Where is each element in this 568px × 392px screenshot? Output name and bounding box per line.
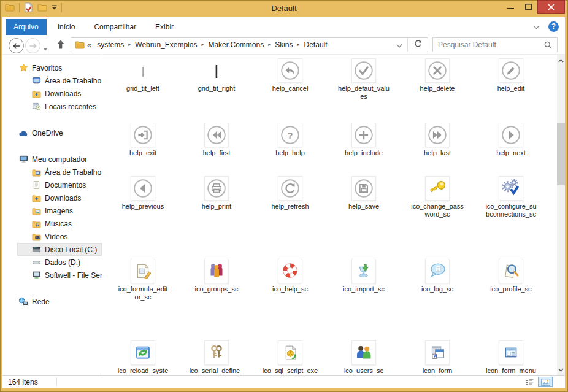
- file-tile-help-first[interactable]: help_first: [180, 123, 253, 157]
- sidebar-group-rede[interactable]: Rede: [17, 295, 102, 308]
- breadcrumb-segment-skins[interactable]: Skins: [271, 40, 297, 49]
- tab-in-cio[interactable]: Início: [50, 19, 83, 35]
- file-tile-ico-configure-subconnections-sc[interactable]: ico_configure_subconnections_sc: [474, 176, 548, 218]
- help-button[interactable]: ?: [548, 21, 559, 32]
- sidebar-group-meu-computador[interactable]: Meu computador: [17, 153, 102, 166]
- file-label: help_cancel: [253, 85, 327, 93]
- file-tile-help-include[interactable]: help_include: [327, 123, 401, 157]
- breadcrumb-segment-webrun-exemplos[interactable]: Webrun_Exemplos: [131, 40, 201, 49]
- close-button[interactable]: [537, 0, 565, 14]
- file-label: ico_import_sc: [327, 285, 401, 293]
- breadcrumb-segment-systems[interactable]: systems: [93, 40, 128, 49]
- back-button[interactable]: [9, 38, 24, 53]
- file-tile-ico-groups-sc[interactable]: ico_groups_sc: [180, 259, 253, 293]
- file-tile-grid-tit-left[interactable]: grid_tit_left: [106, 58, 180, 93]
- file-server-icon: [31, 271, 41, 280]
- pencil-circle-icon: [499, 58, 523, 83]
- breadcrumb-segment-default[interactable]: Default: [300, 40, 332, 49]
- sidebar-group-label: OneDrive: [32, 129, 63, 137]
- sidebar-item-softwell-file-server[interactable]: Softwell - File Server: [17, 269, 102, 282]
- recent-locations-chevron-icon[interactable]: [43, 43, 48, 54]
- file-label: help_include: [327, 149, 401, 157]
- items-count: 164 itens: [8, 378, 38, 386]
- sidebar-item-label: Locais recentes: [45, 102, 96, 111]
- file-tile-help-previous[interactable]: help_previous: [106, 176, 180, 210]
- plus-circle-icon: [351, 123, 376, 147]
- sidebar-item-rea-de-trabalho[interactable]: Área de Trabalho: [17, 74, 102, 87]
- sidebar-group-label: Meu computador: [32, 155, 87, 164]
- breadcrumb-overflow-chevron[interactable]: «: [85, 40, 93, 50]
- file-tile-ico-help-sc[interactable]: ico_help_sc: [253, 259, 327, 293]
- tab-compartilhar[interactable]: Compartilhar: [86, 19, 144, 35]
- sidebar-item-locais-recentes[interactable]: Locais recentes: [17, 100, 102, 113]
- search-input[interactable]: [433, 40, 539, 49]
- sidebar-item-downloads[interactable]: Downloads: [17, 191, 102, 204]
- minimize-button[interactable]: [502, 0, 520, 13]
- file-tile-help-refresh[interactable]: help_refresh: [253, 176, 327, 210]
- up-button[interactable]: [56, 39, 65, 53]
- tab-arquivo[interactable]: Arquivo: [6, 19, 47, 35]
- check-circle-icon: [351, 58, 376, 83]
- file-tile-ico-formula-editor-sc[interactable]: ico_formula_editor_sc: [106, 259, 180, 301]
- thumbnail-view-button[interactable]: [538, 377, 553, 387]
- file-tile-ico-users-sc[interactable]: ico_users_sc: [327, 340, 401, 375]
- file-tile-help-next[interactable]: help_next: [474, 123, 548, 157]
- sidebar-item-v-deos[interactable]: Vídeos: [17, 230, 102, 243]
- thin-cursor-icon: [131, 58, 155, 83]
- file-tile-help-edit[interactable]: help_edit: [474, 58, 548, 93]
- file-tile-ico-change-password-sc[interactable]: ico_change_password_sc: [401, 176, 474, 218]
- sidebar-group-favoritos[interactable]: Favoritos: [17, 61, 102, 74]
- file-tile-help-print[interactable]: help_print: [180, 176, 253, 210]
- scroll-up-button[interactable]: [557, 56, 565, 65]
- sidebar-item-label: Documentos: [45, 181, 86, 190]
- videos-icon: [31, 232, 41, 241]
- file-label: help_first: [180, 149, 253, 157]
- reload-window-icon: [131, 340, 155, 365]
- sidebar-group-onedrive[interactable]: OneDrive: [17, 126, 102, 139]
- tab-exibir[interactable]: Exibir: [147, 19, 182, 35]
- file-tile-icon-form[interactable]: icon_form: [401, 340, 474, 375]
- scroll-down-button[interactable]: [557, 365, 565, 374]
- scrollbar-thumb[interactable]: [557, 123, 565, 185]
- file-tile-help-defaut-values[interactable]: help_defaut_values: [327, 58, 401, 101]
- file-tile-help-exit[interactable]: help_exit: [106, 123, 180, 157]
- file-tile-help-last[interactable]: help_last: [401, 123, 474, 157]
- file-tile-ico-import-sc[interactable]: ico_import_sc: [327, 259, 401, 293]
- file-label: ico_log_sc: [401, 285, 474, 293]
- file-tile-help-help[interactable]: ?help_help: [253, 123, 327, 157]
- file-tile-grid-tit-right[interactable]: grid_tit_right: [180, 58, 253, 93]
- file-label: ico_serial_define_: [180, 367, 253, 375]
- file-label: help_save: [327, 202, 401, 210]
- sidebar-item-imagens[interactable]: Imagens: [17, 204, 102, 217]
- breadcrumb-separator-icon: ▸: [201, 42, 204, 47]
- forward-button[interactable]: [25, 38, 40, 53]
- sidebar-item-disco-local-c[interactable]: Disco Local (C:): [17, 243, 102, 256]
- vertical-scrollbar[interactable]: [557, 55, 565, 375]
- file-label: ico_formula_editor_sc: [106, 285, 180, 301]
- file-tile-ico-sql-script-exe[interactable]: ico_sql_script_exe: [253, 340, 327, 375]
- file-tile-ico-reload-syste[interactable]: ico_reload_syste: [106, 340, 180, 375]
- refresh-button[interactable]: [409, 39, 428, 50]
- file-tile-ico-serial-define[interactable]: ico_serial_define_: [180, 340, 253, 375]
- file-tile-icon-form-menu[interactable]: icon_form_menu: [474, 340, 548, 375]
- sidebar-item-downloads[interactable]: Downloads: [17, 87, 102, 100]
- address-dropdown-icon[interactable]: [392, 39, 407, 50]
- maximize-button[interactable]: [520, 0, 537, 13]
- sidebar-item-dados-d[interactable]: Dados (D:): [17, 256, 102, 269]
- sidebar-item-rea-de-trabalho[interactable]: Área de Trabalho: [17, 166, 102, 179]
- lifebuoy-icon: [278, 259, 302, 283]
- file-tile-help-save[interactable]: help_save: [327, 176, 401, 210]
- file-tile-ico-profile-sc[interactable]: ico_profile_sc: [474, 259, 548, 293]
- file-tile-help-delete[interactable]: help_delete: [401, 58, 474, 93]
- ribbon-expand-chevron-icon[interactable]: [533, 21, 540, 32]
- file-tile-help-cancel[interactable]: help_cancel: [253, 58, 327, 93]
- breadcrumb-segment-maker-commons[interactable]: Maker.Commons: [204, 40, 268, 49]
- details-view-button[interactable]: [522, 377, 537, 387]
- ribbon-tab-strip: ArquivoInícioCompartilharExibir ?: [2, 17, 565, 36]
- file-label: help_refresh: [253, 202, 327, 210]
- address-bar[interactable]: « systems▸Webrun_Exemplos▸Maker.Commons▸…: [71, 37, 428, 52]
- sidebar-item-documentos[interactable]: Documentos: [17, 179, 102, 191]
- file-tile-ico-log-sc[interactable]: ico_log_sc: [401, 259, 474, 293]
- undo-circle-icon: [278, 58, 302, 83]
- sidebar-item-m-sicas[interactable]: Músicas: [17, 217, 102, 230]
